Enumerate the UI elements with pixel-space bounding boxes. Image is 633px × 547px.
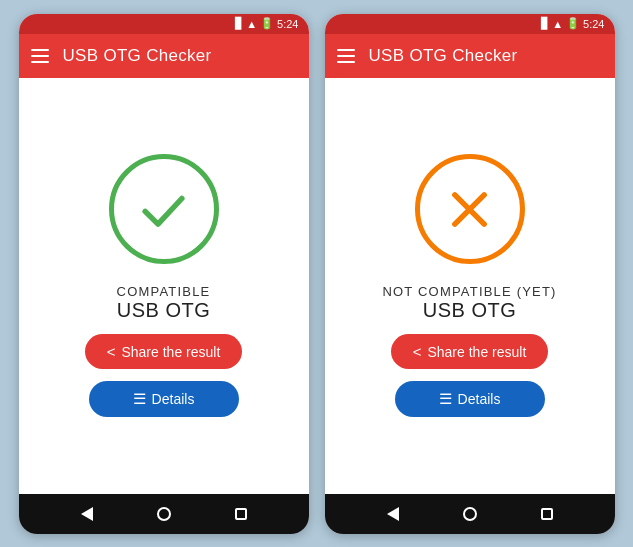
recents-button-2[interactable] xyxy=(541,508,553,520)
result-type-1: USB OTG xyxy=(117,299,211,322)
status-icons-1: ▊ ▲ 🔋 5:24 xyxy=(235,17,298,30)
content-1: COMPATIBLE USB OTG < Share the result ☰ … xyxy=(19,78,309,494)
toolbar-1: USB OTG Checker xyxy=(19,34,309,78)
battery-icon-2: 🔋 xyxy=(566,17,580,30)
checkmark-icon xyxy=(136,182,191,237)
back-button-1[interactable] xyxy=(81,507,93,521)
content-2: NOT COMPATIBLE (YET) USB OTG < Share the… xyxy=(325,78,615,494)
battery-icon: 🔋 xyxy=(260,17,274,30)
details-label-1: Details xyxy=(152,391,195,407)
compatible-icon-circle xyxy=(109,154,219,264)
wifi-icon-2: ▲ xyxy=(552,18,563,30)
share-label-1: Share the result xyxy=(121,344,220,360)
nav-bar-2 xyxy=(325,494,615,534)
details-button-1[interactable]: ☰ Details xyxy=(89,381,239,417)
phone-not-compatible: ▊ ▲ 🔋 5:24 USB OTG Checker NOT COMPATIBL… xyxy=(325,14,615,534)
share-icon-1: < xyxy=(107,343,116,360)
nav-bar-1 xyxy=(19,494,309,534)
xmark-icon xyxy=(442,182,497,237)
details-icon-2: ☰ xyxy=(439,390,452,408)
recents-button-1[interactable] xyxy=(235,508,247,520)
result-status-2: NOT COMPATIBLE (YET) xyxy=(382,284,556,299)
result-status-1: COMPATIBLE xyxy=(117,284,211,299)
home-button-2[interactable] xyxy=(463,507,477,521)
status-bar-1: ▊ ▲ 🔋 5:24 xyxy=(19,14,309,34)
status-bar-2: ▊ ▲ 🔋 5:24 xyxy=(325,14,615,34)
result-label-1: COMPATIBLE USB OTG xyxy=(117,284,211,322)
toolbar-2: USB OTG Checker xyxy=(325,34,615,78)
status-icons-2: ▊ ▲ 🔋 5:24 xyxy=(541,17,604,30)
signal-icon: ▊ xyxy=(235,17,243,30)
menu-icon-2[interactable] xyxy=(337,49,355,63)
result-label-2: NOT COMPATIBLE (YET) USB OTG xyxy=(382,284,556,322)
share-button-2[interactable]: < Share the result xyxy=(391,334,549,369)
details-label-2: Details xyxy=(458,391,501,407)
details-icon-1: ☰ xyxy=(133,390,146,408)
details-button-2[interactable]: ☰ Details xyxy=(395,381,545,417)
app-title-2: USB OTG Checker xyxy=(369,46,518,66)
menu-icon-1[interactable] xyxy=(31,49,49,63)
wifi-icon: ▲ xyxy=(246,18,257,30)
signal-icon-2: ▊ xyxy=(541,17,549,30)
share-button-1[interactable]: < Share the result xyxy=(85,334,243,369)
app-title-1: USB OTG Checker xyxy=(63,46,212,66)
back-button-2[interactable] xyxy=(387,507,399,521)
result-type-2: USB OTG xyxy=(382,299,556,322)
phone-compatible: ▊ ▲ 🔋 5:24 USB OTG Checker COMPATIBLE US… xyxy=(19,14,309,534)
share-icon-2: < xyxy=(413,343,422,360)
time-display-1: 5:24 xyxy=(277,18,298,30)
not-compatible-icon-circle xyxy=(415,154,525,264)
home-button-1[interactable] xyxy=(157,507,171,521)
time-display-2: 5:24 xyxy=(583,18,604,30)
share-label-2: Share the result xyxy=(427,344,526,360)
